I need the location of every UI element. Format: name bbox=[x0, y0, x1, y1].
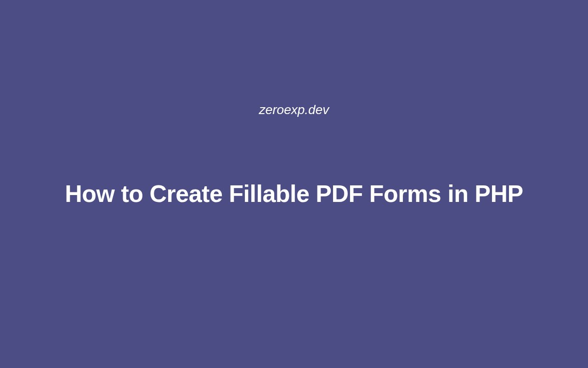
site-name: zeroexp.dev bbox=[259, 103, 329, 117]
content-container: zeroexp.dev How to Create Fillable PDF F… bbox=[65, 103, 523, 208]
page-title: How to Create Fillable PDF Forms in PHP bbox=[65, 179, 523, 208]
